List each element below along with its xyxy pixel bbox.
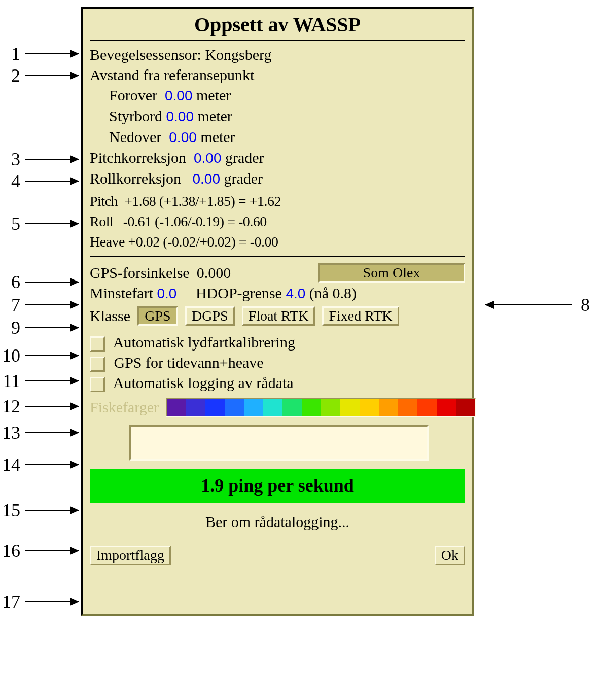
klasse-fixedrtk-button[interactable]: Fixed RTK (322, 306, 399, 326)
fish-colors-row: Fiskefarger (90, 398, 465, 417)
callout-left-7: 7 (0, 294, 79, 316)
som-olex-button[interactable]: Som Olex (318, 263, 465, 283)
auto-log-checkbox[interactable] (90, 377, 105, 392)
callout-left-6: 6 (0, 271, 79, 293)
color-swatch[interactable] (244, 399, 263, 416)
ping-rate-bar: 1.9 ping per sekund (90, 469, 465, 503)
panel-title: Oppsett av WASSP (90, 13, 465, 37)
roll-readout: Roll -0.61 (-1.06/-0.19) = -0.60 (90, 212, 465, 231)
pitch-correction-row: Pitchkorreksjon 0.00 grader (90, 148, 465, 168)
callout-left-1: 1 (0, 43, 79, 64)
callout-left-5: 5 (0, 213, 79, 234)
callout-left-10: 10 (0, 345, 79, 366)
auto-sound-checkbox[interactable] (90, 336, 105, 352)
motion-sensor-value: Kongsberg (205, 46, 271, 63)
color-swatch[interactable] (321, 399, 340, 416)
gps-tide-row: GPS for tidevann+heave (90, 353, 465, 372)
color-swatch[interactable] (417, 399, 437, 416)
motion-sensor-row: Bevegelsessensor: Kongsberg (90, 45, 465, 64)
callout-left-14: 14 (0, 454, 79, 475)
callout-left-9: 9 (0, 317, 79, 338)
color-swatch[interactable] (167, 399, 186, 416)
callout-left-13: 13 (0, 422, 79, 443)
nedover-value[interactable]: 0.00 (169, 129, 197, 145)
gps-delay-row: GPS-forsinkelse 0.000 Som Olex (90, 263, 465, 283)
forover-value[interactable]: 0.00 (165, 88, 193, 103)
refpoint-label: Avstand fra referansepunkt (90, 65, 465, 85)
color-swatches[interactable] (166, 398, 476, 417)
refpoint-nedover: Nedover 0.00 meter (90, 127, 465, 147)
color-swatch[interactable] (398, 399, 417, 416)
color-swatch[interactable] (360, 399, 379, 416)
refpoint-styrbord: Styrbord 0.00 meter (90, 107, 465, 126)
klasse-row: Klasse GPS DGPS Float RTK Fixed RTK (90, 306, 465, 326)
color-swatch[interactable] (456, 399, 475, 416)
roll-correction-row: Rollkorreksjon 0.00 grader (90, 169, 465, 189)
gps-delay-value: 0.000 (197, 263, 231, 283)
callout-left-12: 12 (0, 396, 79, 417)
gps-tide-checkbox[interactable] (90, 357, 105, 372)
callout-left-3: 3 (0, 149, 79, 170)
divider (90, 40, 465, 41)
color-swatch[interactable] (263, 399, 282, 416)
color-swatch[interactable] (302, 399, 321, 416)
fish-colors-label: Fiskefarger (90, 398, 159, 417)
pitch-readout: Pitch +1.68 (+1.38/+1.85) = +1.62 (90, 192, 465, 211)
callout-right-8: 8 (485, 294, 601, 316)
heave-readout: Heave +0.02 (-0.02/+0.02) = -0.00 (90, 232, 465, 252)
minstefart-value[interactable]: 0.0 (157, 286, 176, 301)
color-swatch[interactable] (282, 399, 302, 416)
color-swatch[interactable] (379, 399, 398, 416)
motion-sensor-label: Bevegelsessensor: (90, 46, 201, 63)
styrbord-value[interactable]: 0.00 (166, 109, 194, 124)
ok-button[interactable]: Ok (435, 546, 465, 565)
klasse-gps-button[interactable]: GPS (137, 306, 178, 326)
speed-hdop-row: Minstefart 0.0 HDOP-grense 4.0 (nå 0.8) (90, 284, 465, 303)
import-flag-button[interactable]: Importflagg (90, 546, 171, 565)
color-swatch[interactable] (225, 399, 244, 416)
color-swatch[interactable] (186, 399, 205, 416)
color-swatch[interactable] (340, 399, 360, 416)
auto-sound-row: Automatisk lydfartkalibrering (90, 333, 465, 352)
callout-left-4: 4 (0, 170, 79, 192)
callout-left-2: 2 (0, 65, 79, 86)
klasse-floatrtk-button[interactable]: Float RTK (242, 306, 315, 326)
divider-2 (90, 256, 465, 257)
callout-left-15: 15 (0, 500, 79, 521)
callout-left-17: 17 (0, 591, 79, 612)
hdop-now: (nå 0.8) (309, 285, 357, 301)
pitch-correction-value[interactable]: 0.00 (194, 150, 222, 166)
text-input[interactable] (129, 425, 429, 461)
refpoint-forover: Forover 0.00 meter (90, 86, 465, 106)
klasse-dgps-button[interactable]: DGPS (185, 306, 235, 326)
color-swatch[interactable] (437, 399, 456, 416)
callout-left-11: 11 (0, 370, 79, 392)
auto-log-row: Automatisk logging av rådata (90, 373, 465, 393)
callout-left-16: 16 (0, 540, 79, 562)
status-line: Ber om rådatalogging... (90, 513, 465, 531)
roll-correction-value[interactable]: 0.00 (193, 171, 221, 187)
hdop-value[interactable]: 4.0 (286, 286, 305, 301)
color-swatch[interactable] (205, 399, 225, 416)
wassp-settings-panel: Oppsett av WASSP Bevegelsessensor: Kongs… (81, 7, 474, 616)
